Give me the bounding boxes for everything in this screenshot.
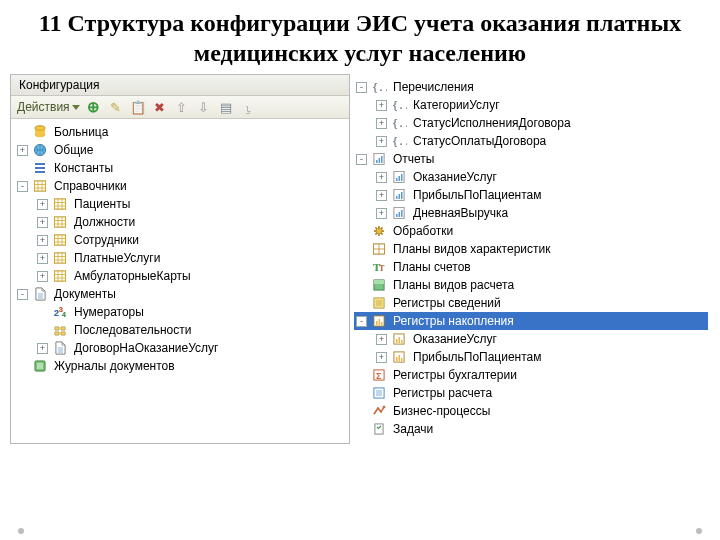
toggle-blank: [17, 127, 28, 138]
tree-node[interactable]: +КатегорииУслуг: [354, 96, 708, 114]
tree-node-label: Последовательности: [72, 323, 191, 337]
toggle-blank: [37, 325, 48, 336]
collapse-icon[interactable]: -: [356, 154, 367, 165]
expand-icon[interactable]: +: [376, 334, 387, 345]
tree-node[interactable]: +СтатусОплатыДоговора: [354, 132, 708, 150]
tree-node[interactable]: Нумераторы: [15, 303, 347, 321]
tree-node[interactable]: Планы видов характеристик: [354, 240, 708, 258]
tree-node[interactable]: Регистры бухгалтерии: [354, 366, 708, 384]
tree-node-label: ОказаниеУслуг: [411, 170, 497, 184]
expand-icon[interactable]: +: [376, 352, 387, 363]
tree-node[interactable]: Планы счетов: [354, 258, 708, 276]
expand-icon[interactable]: +: [37, 253, 48, 264]
filter-icon[interactable]: ⍸: [240, 99, 256, 115]
tree-node[interactable]: -Перечисления: [354, 78, 708, 96]
list-icon[interactable]: ▤: [218, 99, 234, 115]
expand-icon[interactable]: +: [37, 343, 48, 354]
expand-icon[interactable]: +: [37, 271, 48, 282]
tree-node[interactable]: +СтатусИсполненияДоговора: [354, 114, 708, 132]
doc-icon: [52, 340, 68, 356]
expand-icon[interactable]: +: [376, 190, 387, 201]
collapse-icon[interactable]: -: [17, 181, 28, 192]
add-icon[interactable]: ⊕: [86, 99, 102, 115]
toggle-blank: [356, 262, 367, 273]
tree-node[interactable]: +Должности: [15, 213, 347, 231]
tree-node-label: Справочники: [52, 179, 127, 193]
expand-icon[interactable]: +: [376, 136, 387, 147]
toggle-blank: [37, 307, 48, 318]
tree-node-label: Нумераторы: [72, 305, 144, 319]
expand-icon[interactable]: +: [376, 208, 387, 219]
tree-node[interactable]: -Документы: [15, 285, 347, 303]
expand-icon[interactable]: +: [37, 235, 48, 246]
report-icon: [391, 187, 407, 203]
collapse-icon[interactable]: -: [356, 82, 367, 93]
toggle-blank: [356, 424, 367, 435]
actions-menu[interactable]: Действия: [17, 100, 80, 114]
config-tree-right[interactable]: -Перечисления+КатегорииУслуг+СтатусИспол…: [350, 74, 710, 444]
tree-node[interactable]: +Сотрудники: [15, 231, 347, 249]
tree-node[interactable]: +ПрибыльПоПациентам: [354, 186, 708, 204]
expand-icon[interactable]: +: [376, 172, 387, 183]
tree-node[interactable]: +ОказаниеУслуг: [354, 168, 708, 186]
tree-node[interactable]: +ОказаниеУслуг: [354, 330, 708, 348]
tree-node[interactable]: Задачи: [354, 420, 708, 438]
tree-node[interactable]: +АмбулаторныеКарты: [15, 267, 347, 285]
expand-icon[interactable]: +: [37, 199, 48, 210]
tree-node[interactable]: +ДоговорНаОказаниеУслуг: [15, 339, 347, 357]
expand-icon[interactable]: +: [376, 100, 387, 111]
tree-node-label: Регистры накопления: [391, 314, 514, 328]
tree-node-label: Бизнес-процессы: [391, 404, 490, 418]
tree-node[interactable]: Регистры расчета: [354, 384, 708, 402]
up-arrow-icon[interactable]: ⇧: [174, 99, 190, 115]
collapse-icon[interactable]: -: [17, 289, 28, 300]
tree-node-label: ОказаниеУслуг: [411, 332, 497, 346]
tree-node-label: Регистры бухгалтерии: [391, 368, 517, 382]
task-icon: [371, 421, 387, 437]
tree-node[interactable]: Бизнес-процессы: [354, 402, 708, 420]
report-icon: [391, 205, 407, 221]
delete-icon[interactable]: ✖: [152, 99, 168, 115]
tree-node[interactable]: Константы: [15, 159, 347, 177]
table-icon: [52, 268, 68, 284]
tree-node[interactable]: -Регистры накопления: [354, 312, 708, 330]
table-icon: [52, 196, 68, 212]
collapse-icon[interactable]: -: [356, 316, 367, 327]
tree-node[interactable]: Больница: [15, 123, 347, 141]
tree-node[interactable]: +ПлатныеУслуги: [15, 249, 347, 267]
copy-icon[interactable]: 📋: [130, 99, 146, 115]
enum-icon: [391, 97, 407, 113]
tree-node[interactable]: Последовательности: [15, 321, 347, 339]
tree-node[interactable]: +ДневнаяВыручка: [354, 204, 708, 222]
tree-node-label: Планы видов характеристик: [391, 242, 550, 256]
expand-icon[interactable]: +: [376, 118, 387, 129]
regcalc-icon: [371, 385, 387, 401]
expand-icon[interactable]: +: [37, 217, 48, 228]
tree-node-label: Планы видов расчета: [391, 278, 514, 292]
tree-node[interactable]: Обработки: [354, 222, 708, 240]
report-icon: [371, 151, 387, 167]
tree-node[interactable]: +ПрибыльПоПациентам: [354, 348, 708, 366]
tree-node[interactable]: +Пациенты: [15, 195, 347, 213]
calc-icon: [371, 277, 387, 293]
toggle-blank: [356, 388, 367, 399]
expand-icon[interactable]: +: [17, 145, 28, 156]
table-icon: [32, 178, 48, 194]
biz-icon: [371, 403, 387, 419]
tree-node[interactable]: +Общие: [15, 141, 347, 159]
db-yellow-icon: [32, 124, 48, 140]
tree-node[interactable]: Регистры сведений: [354, 294, 708, 312]
tree-node[interactable]: -Справочники: [15, 177, 347, 195]
decorative-dot: [696, 528, 702, 534]
down-arrow-icon[interactable]: ⇩: [196, 99, 212, 115]
table-icon: [52, 214, 68, 230]
tree-node[interactable]: Планы видов расчета: [354, 276, 708, 294]
toggle-blank: [17, 163, 28, 174]
tree-node[interactable]: -Отчеты: [354, 150, 708, 168]
table-icon: [52, 232, 68, 248]
edit-icon[interactable]: ✎: [108, 99, 124, 115]
tree-node-label: Больница: [52, 125, 108, 139]
toolbar: Действия ⊕ ✎ 📋 ✖ ⇧ ⇩ ▤ ⍸: [11, 96, 349, 119]
tree-node[interactable]: Журналы документов: [15, 357, 347, 375]
config-tree-left[interactable]: Больница+ОбщиеКонстанты-Справочники+Паци…: [11, 119, 349, 381]
